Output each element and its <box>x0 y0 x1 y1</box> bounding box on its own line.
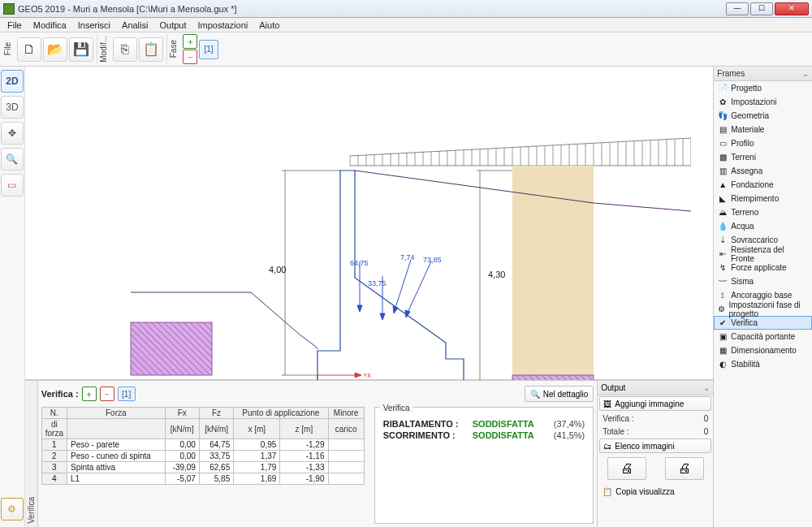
frame-item-icon: ⟟ <box>718 291 728 300</box>
frame-item-icon: 〰 <box>718 277 728 287</box>
menu-aiuto[interactable]: Aiuto <box>255 19 283 31</box>
paste-button[interactable]: 📋 <box>139 37 163 62</box>
frame-item-terreni[interactable]: ▩Terreni <box>714 150 812 164</box>
frame-item-label: Acqua <box>731 222 754 231</box>
menu-file[interactable]: File <box>3 19 26 31</box>
frame-item-materiale[interactable]: ▤Materiale <box>714 123 812 136</box>
svg-marker-68 <box>355 373 361 378</box>
frame-item-stabilit-[interactable]: ◐Stabilità <box>714 357 812 371</box>
dim-h: 4,00 <box>269 265 286 274</box>
remove-phase-button[interactable]: － <box>183 50 197 64</box>
print-button-2[interactable]: 🖨 <box>665 457 704 480</box>
add-phase-button[interactable]: ＋ <box>183 34 197 49</box>
frame-item-dimensionamento[interactable]: ▦Dimensionamento <box>714 343 812 357</box>
frame-item-icon: ▩ <box>718 153 728 162</box>
svg-rect-49 <box>512 375 594 380</box>
zoom-button[interactable]: 🔍 <box>1 148 24 171</box>
frame-item-progetto[interactable]: 📄Progetto <box>714 81 812 95</box>
maximize-button[interactable]: ☐ <box>750 2 773 15</box>
frame-item-icon: ▦ <box>718 346 728 356</box>
table-row[interactable]: 1Peso - parete0,0064,750,95-1,29 <box>41 439 364 451</box>
menu-output[interactable]: Output <box>155 19 190 31</box>
toolbar: File 🗋 📂 💾 Modif... ⎘ 📋 Fase ＋ － [1] <box>0 32 812 67</box>
window-titlebar: GEO5 2019 - Muri a Mensola [C:\Muri a Me… <box>0 0 812 18</box>
verify-add-button[interactable]: ＋ <box>82 387 97 401</box>
verify-remove-button[interactable]: － <box>100 387 114 401</box>
save-file-button[interactable]: 💾 <box>69 37 93 62</box>
axis-x: +x <box>363 371 371 379</box>
copy-button[interactable]: ⎘ <box>113 37 137 62</box>
view-settings-button[interactable]: ⚙ <box>1 498 24 521</box>
add-image-button[interactable]: 🖼 Aggiungi immagine <box>599 396 711 411</box>
frame-item-label: Forze applicate <box>731 263 786 272</box>
frame-item-impostazioni-fase-di-progetto[interactable]: ⚙Impostazioni fase di progetto <box>714 302 812 316</box>
frame-item-icon: ▥ <box>718 166 728 176</box>
frames-title: Frames <box>717 69 745 78</box>
minimize-button[interactable]: — <box>726 2 749 15</box>
frame-item-profilo[interactable]: ▭Profilo <box>714 136 812 150</box>
view-3d-button[interactable]: 3D <box>1 96 24 119</box>
image-list-button[interactable]: 🗂 Elenco immagini <box>599 438 711 453</box>
frame-item-verifica[interactable]: ✔Verifica <box>714 316 812 330</box>
svg-marker-64 <box>393 306 398 313</box>
frame-item-icon: 👣 <box>718 111 728 121</box>
frame-item-impostazioni[interactable]: ✿Impostazioni <box>714 95 812 109</box>
print-button-1[interactable]: 🖨 <box>607 457 646 480</box>
copy-view-button[interactable]: 📋 Copia visualizza <box>599 484 711 499</box>
frame-item-fondazione[interactable]: ▲Fondazione <box>714 178 812 192</box>
modif-group-label: Modif... <box>99 34 108 64</box>
frame-item-icon: 💧 <box>718 222 728 231</box>
frame-item-label: Materiale <box>731 125 764 134</box>
frame-item-sisma[interactable]: 〰Sisma <box>714 274 812 288</box>
phase-1-button[interactable]: [1] <box>199 40 218 59</box>
frame-item-label: Fondazione <box>731 180 773 189</box>
force-d: 73,85 <box>423 256 442 264</box>
pan-button[interactable]: ✥ <box>1 122 24 145</box>
dim-h2: 4,30 <box>488 270 505 279</box>
open-file-button[interactable]: 📂 <box>43 37 67 62</box>
view-2d-button[interactable]: 2D <box>1 70 24 93</box>
frame-item-resistenza-del-fronte[interactable]: ⇤Resistenza del Fronte <box>714 247 812 261</box>
detail-icon: 🔍 <box>530 390 540 399</box>
menu-inserisci[interactable]: Inserisci <box>74 19 114 31</box>
table-row[interactable]: 2Peso - cuneo di spinta0,0033,751,37-1,1… <box>41 451 364 462</box>
frame-item-geometria[interactable]: 👣Geometria <box>714 109 812 123</box>
frame-item-capacit-portante[interactable]: ▣Capacità portante <box>714 330 812 343</box>
drawing-canvas[interactable]: 4,00 4,30 2,50 64,75 33,75 7,74 73,85 <box>25 67 714 380</box>
frame-item-icon: ⇣ <box>718 235 728 245</box>
frame-item-icon: ◣ <box>718 194 728 204</box>
frame-item-assegna[interactable]: ▥Assegna <box>714 164 812 178</box>
new-file-button[interactable]: 🗋 <box>17 37 41 62</box>
frame-item-terreno[interactable]: ⛰Terreno <box>714 205 812 219</box>
check-row: RIBALTAMENTO :SODDISFATTA(37,4%) <box>383 419 585 429</box>
menu-analisi[interactable]: Analisi <box>118 19 152 31</box>
verify-tab[interactable]: Verifica <box>25 381 38 527</box>
detail-button[interactable]: 🔍 Nel dettaglio <box>525 386 594 402</box>
fit-button[interactable]: ▭ <box>1 174 24 197</box>
frame-item-label: Impostazioni fase di progetto <box>728 300 808 318</box>
frame-item-forze-applicate[interactable]: ↯Forze applicate <box>714 261 812 274</box>
svg-marker-60 <box>357 305 362 312</box>
frame-item-label: Capacità portante <box>731 332 795 341</box>
verify-label: Verifica : <box>41 389 79 399</box>
frame-item-label: Assegna <box>731 166 762 175</box>
frame-item-icon: ⇤ <box>718 249 728 259</box>
chevron-icon: ⌄ <box>703 383 710 392</box>
copy-icon: 📋 <box>603 487 612 496</box>
window-title: GEO5 2019 - Muri a Mensola [C:\Muri a Me… <box>18 4 726 14</box>
frame-item-icon: ✔ <box>718 318 728 328</box>
menu-modifica[interactable]: Modifica <box>29 19 71 31</box>
table-row[interactable]: 3Spinta attiva-39,0962,651,79-1,33 <box>41 462 364 473</box>
frame-item-icon: ▭ <box>718 139 728 149</box>
output-panel: Output ⌄ 🖼 Aggiungi immagine Verifica :0… <box>597 381 713 527</box>
frame-item-label: Dimensionamento <box>731 346 797 355</box>
frame-item-acqua[interactable]: 💧Acqua <box>714 219 812 233</box>
frame-item-label: Sovraccarico <box>731 235 778 244</box>
frame-item-riempimento[interactable]: ◣Riempimento <box>714 192 812 205</box>
menu-impostazioni[interactable]: Impostazioni <box>193 19 252 31</box>
verify-phase-button[interactable]: [1] <box>118 387 136 401</box>
table-row[interactable]: 4L1-5,075,851,69-1,90 <box>41 473 364 485</box>
close-button[interactable]: ✕ <box>775 2 809 15</box>
file-group-label: File <box>3 41 12 57</box>
forces-table: N. Forza Fx Fz Punto di applicazione Min… <box>41 407 365 524</box>
